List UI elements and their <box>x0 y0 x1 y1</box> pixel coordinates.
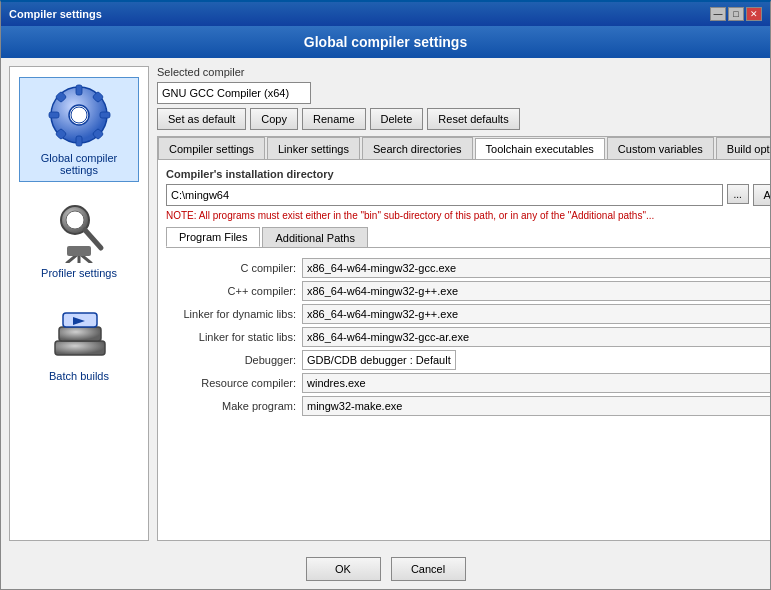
sidebar-item-batch-builds[interactable]: Batch builds <box>19 295 139 388</box>
svg-point-12 <box>66 211 84 229</box>
install-dir-input[interactable] <box>166 184 723 206</box>
field-row-resource-compiler: Resource compiler: ... <box>166 373 770 393</box>
sidebar: Global compiler settings <box>9 66 149 541</box>
resource-compiler-input[interactable] <box>302 373 770 393</box>
svg-rect-2 <box>76 85 82 95</box>
compiler-row: GNU GCC Compiler (x64) <box>157 82 770 104</box>
main-panel: Selected compiler GNU GCC Compiler (x64)… <box>157 66 770 541</box>
compiler-dropdown-wrap: GNU GCC Compiler (x64) <box>157 82 770 104</box>
sidebar-item-global-label: Global compiler settings <box>25 152 133 176</box>
field-row-debugger: Debugger: GDB/CDB debugger : Default ... <box>166 350 770 370</box>
svg-rect-17 <box>67 246 91 256</box>
main-window: Compiler settings — □ ✕ Global compiler … <box>0 0 771 590</box>
install-dir-browse-button[interactable]: ... <box>727 184 749 204</box>
titlebar: Compiler settings — □ ✕ <box>1 2 770 26</box>
selected-compiler-label: Selected compiler <box>157 66 770 78</box>
reset-defaults-button[interactable]: Reset defaults <box>427 108 519 130</box>
debugger-select[interactable]: GDB/CDB debugger : Default <box>302 350 456 370</box>
c-compiler-label: C compiler: <box>166 262 296 274</box>
cpp-compiler-input[interactable] <box>302 281 770 301</box>
tab-search-directories[interactable]: Search directories <box>362 137 473 159</box>
fields-table: C compiler: ... C++ compiler: ... Linker… <box>166 258 770 416</box>
svg-rect-19 <box>59 327 101 341</box>
make-program-label: Make program: <box>166 400 296 412</box>
tabs-container: Compiler settings Linker settings Search… <box>157 136 770 541</box>
install-dir-section: Compiler's installation directory ... Au… <box>166 168 770 221</box>
titlebar-controls: — □ ✕ <box>710 7 762 21</box>
footer: OK Cancel <box>1 549 770 589</box>
cpp-compiler-label: C++ compiler: <box>166 285 296 297</box>
field-row-c-compiler: C compiler: ... <box>166 258 770 278</box>
linker-dynamic-input[interactable] <box>302 304 770 324</box>
minimize-button[interactable]: — <box>710 7 726 21</box>
sidebar-item-profiler-label: Profiler settings <box>41 267 117 279</box>
debugger-select-wrap: GDB/CDB debugger : Default <box>302 350 770 370</box>
svg-rect-4 <box>49 112 59 118</box>
resource-compiler-label: Resource compiler: <box>166 377 296 389</box>
inner-tab-additional-paths[interactable]: Additional Paths <box>262 227 368 247</box>
copy-button[interactable]: Copy <box>250 108 298 130</box>
compiler-buttons-row: Set as default Copy Rename Delete Reset … <box>157 108 770 130</box>
tab-build-options[interactable]: Build options <box>716 137 770 159</box>
field-row-make-program: Make program: ... <box>166 396 770 416</box>
sidebar-item-batch-label: Batch builds <box>49 370 109 382</box>
c-compiler-input[interactable] <box>302 258 770 278</box>
field-row-cpp-compiler: C++ compiler: ... <box>166 281 770 301</box>
titlebar-title: Compiler settings <box>9 8 102 20</box>
svg-line-13 <box>85 230 101 248</box>
debugger-label: Debugger: <box>166 354 296 366</box>
svg-rect-18 <box>55 341 105 355</box>
dialog-title: Global compiler settings <box>1 26 770 58</box>
make-program-input[interactable] <box>302 396 770 416</box>
batch-icon <box>47 301 112 366</box>
field-row-linker-static: Linker for static libs: ... <box>166 327 770 347</box>
inner-tab-program-files[interactable]: Program Files <box>166 227 260 247</box>
install-dir-row: ... Auto-detect <box>166 184 770 206</box>
compiler-select-section: Selected compiler GNU GCC Compiler (x64)… <box>157 66 770 130</box>
linker-static-input[interactable] <box>302 327 770 347</box>
field-row-linker-dynamic: Linker for dynamic libs: ... <box>166 304 770 324</box>
gear-icon <box>47 83 112 148</box>
svg-rect-5 <box>100 112 110 118</box>
ok-button[interactable]: OK <box>306 557 381 581</box>
svg-rect-3 <box>76 136 82 146</box>
content-area: Global compiler settings <box>1 58 770 549</box>
tab-toolchain-executables[interactable]: Toolchain executables <box>475 138 605 160</box>
cancel-button[interactable]: Cancel <box>391 557 466 581</box>
maximize-button[interactable]: □ <box>728 7 744 21</box>
tab-compiler-settings[interactable]: Compiler settings <box>158 137 265 159</box>
set-default-button[interactable]: Set as default <box>157 108 246 130</box>
tabs-row: Compiler settings Linker settings Search… <box>158 137 770 160</box>
profiler-icon <box>47 198 112 263</box>
sidebar-item-global-compiler-settings[interactable]: Global compiler settings <box>19 77 139 182</box>
close-button[interactable]: ✕ <box>746 7 762 21</box>
compiler-dropdown[interactable]: GNU GCC Compiler (x64) <box>157 82 311 104</box>
toolchain-tab-content: Compiler's installation directory ... Au… <box>158 160 770 540</box>
inner-tabs-row: Program Files Additional Paths <box>166 227 770 248</box>
note-text: NOTE: All programs must exist either in … <box>166 210 770 221</box>
linker-dynamic-label: Linker for dynamic libs: <box>166 308 296 320</box>
sidebar-item-profiler-settings[interactable]: Profiler settings <box>19 192 139 285</box>
rename-button[interactable]: Rename <box>302 108 366 130</box>
tab-custom-variables[interactable]: Custom variables <box>607 137 714 159</box>
install-dir-label: Compiler's installation directory <box>166 168 770 180</box>
delete-button[interactable]: Delete <box>370 108 424 130</box>
auto-detect-button[interactable]: Auto-detect <box>753 184 770 206</box>
tab-linker-settings[interactable]: Linker settings <box>267 137 360 159</box>
svg-point-10 <box>71 107 87 123</box>
linker-static-label: Linker for static libs: <box>166 331 296 343</box>
